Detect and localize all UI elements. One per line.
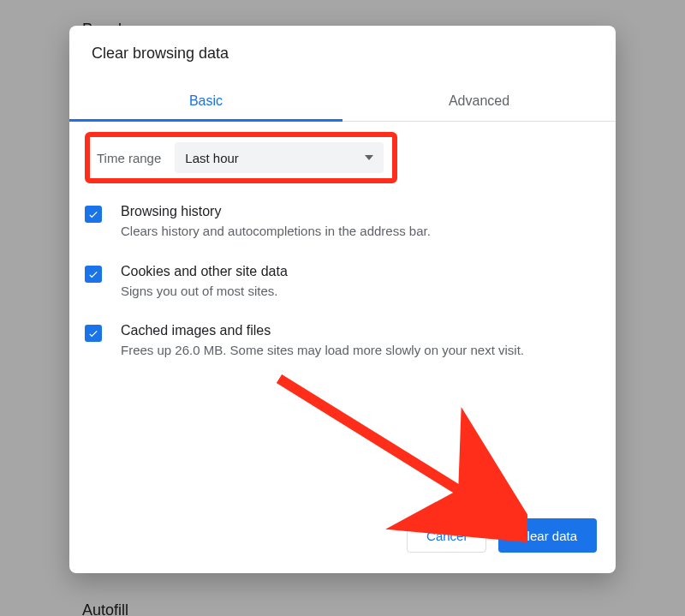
option-title: Cached images and files <box>121 323 524 338</box>
check-icon <box>87 208 99 220</box>
dialog-title: Clear browsing data <box>69 26 616 63</box>
tab-basic[interactable]: Basic <box>69 83 342 121</box>
checkbox-browsing-history[interactable] <box>85 206 102 223</box>
option-browsing-history: Browsing history Clears history and auto… <box>85 204 600 240</box>
dialog-footer: Cancel Clear data <box>69 518 616 573</box>
cancel-button[interactable]: Cancel <box>407 518 486 553</box>
tab-advanced[interactable]: Advanced <box>342 83 616 121</box>
dialog-body: Time range Last hour Browsing history Cl… <box>69 122 616 518</box>
option-subtitle: Frees up 26.0 MB. Some sites may load mo… <box>121 342 524 359</box>
checkbox-cache[interactable] <box>85 325 102 342</box>
tab-basic-label: Basic <box>189 93 223 108</box>
options-list: Browsing history Clears history and auto… <box>85 204 600 359</box>
clear-browsing-data-dialog: Clear browsing data Basic Advanced Time … <box>69 26 616 573</box>
option-text: Cookies and other site data Signs you ou… <box>121 264 288 300</box>
check-icon <box>87 268 99 280</box>
option-title: Cookies and other site data <box>121 264 288 279</box>
clear-data-label: Clear data <box>518 529 577 543</box>
option-title: Browsing history <box>121 204 431 219</box>
time-range-label: Time range <box>93 151 161 165</box>
dialog-tabs: Basic Advanced <box>69 83 616 122</box>
option-text: Cached images and files Frees up 26.0 MB… <box>121 323 524 359</box>
tab-advanced-label: Advanced <box>449 93 509 108</box>
option-cache: Cached images and files Frees up 26.0 MB… <box>85 323 600 359</box>
chevron-down-icon <box>365 155 373 160</box>
checkbox-cookies[interactable] <box>85 266 102 283</box>
time-range-highlight: Time range Last hour <box>85 132 397 183</box>
time-range-select[interactable]: Last hour <box>175 142 384 173</box>
clear-data-button[interactable]: Clear data <box>498 518 597 553</box>
time-range-selected: Last hour <box>185 151 239 165</box>
cancel-label: Cancel <box>426 529 467 543</box>
option-subtitle: Clears history and autocompletions in th… <box>121 223 431 240</box>
option-text: Browsing history Clears history and auto… <box>121 204 431 240</box>
check-icon <box>87 327 99 339</box>
option-subtitle: Signs you out of most sites. <box>121 283 288 300</box>
option-cookies: Cookies and other site data Signs you ou… <box>85 264 600 300</box>
